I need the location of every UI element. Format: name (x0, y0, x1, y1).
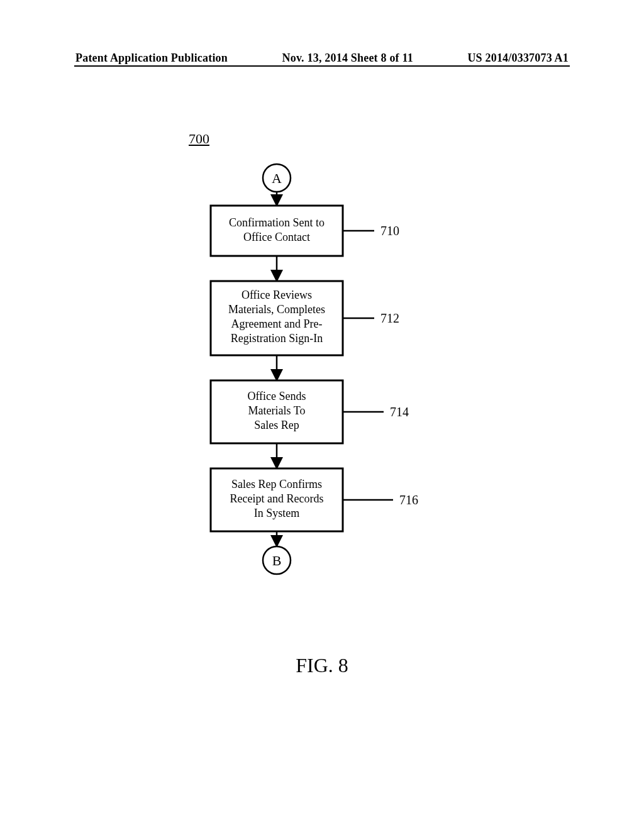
ref-716: 716 (399, 493, 418, 507)
flowchart-diagram: A Confirmation Sent to Office Contact 71… (0, 160, 644, 575)
header-rule (74, 65, 570, 67)
header-right: US 2014/0337073 A1 (467, 52, 569, 65)
connector-b-label: B (272, 553, 282, 568)
flow-step-714-line2: Materials To (248, 404, 306, 417)
flow-step-712-line2: Materials, Completes (228, 303, 325, 316)
flow-step-714-line3: Sales Rep (254, 419, 299, 431)
header-center: Nov. 13, 2014 Sheet 8 of 11 (282, 52, 413, 65)
page: Patent Application Publication Nov. 13, … (0, 0, 644, 830)
flow-step-716-line3: In System (254, 507, 300, 519)
connector-a-label: A (272, 170, 282, 186)
ref-712: 712 (380, 311, 399, 325)
page-header: Patent Application Publication Nov. 13, … (0, 52, 644, 65)
flow-step-712-line3: Agreement and Pre- (231, 318, 323, 330)
ref-714: 714 (390, 405, 409, 419)
figure-caption: FIG. 8 (0, 654, 644, 677)
flow-step-710-line1: Confirmation Sent to (229, 216, 325, 229)
flow-step-710-line2: Office Contact (243, 231, 310, 243)
ref-710: 710 (380, 224, 399, 238)
figure-reference-number: 700 (189, 131, 209, 147)
flow-step-716-line1: Sales Rep Confirms (231, 478, 322, 490)
flow-step-714-line1: Office Sends (247, 390, 306, 402)
header-left: Patent Application Publication (75, 52, 228, 65)
flow-step-712-line4: Registration Sign-In (231, 332, 323, 345)
flow-step-716-line2: Receipt and Records (230, 492, 324, 505)
flow-step-712-line1: Office Reviews (242, 289, 312, 301)
